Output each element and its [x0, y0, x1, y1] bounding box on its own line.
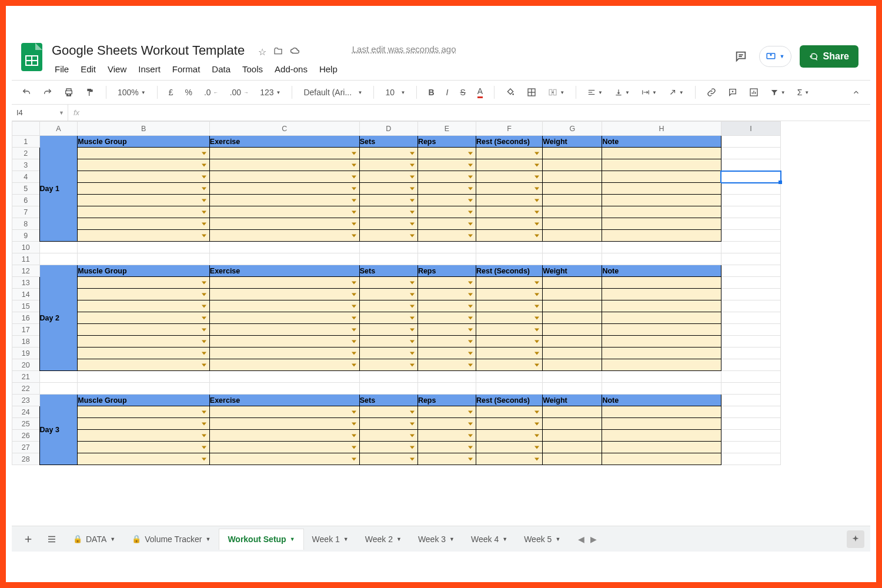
document-title[interactable]: Google Sheets Workout Template [49, 42, 247, 59]
dropdown-cell[interactable] [209, 159, 359, 171]
row-header[interactable]: 2 [12, 148, 40, 159]
dropdown-cell[interactable] [209, 195, 359, 206]
input-cell[interactable] [602, 336, 721, 348]
dropdown-cell[interactable] [476, 300, 543, 312]
dropdown-cell[interactable] [359, 324, 417, 336]
table-header[interactable]: Weight [543, 265, 602, 277]
more-formats-button[interactable]: 123▼ [257, 86, 283, 99]
valign-button[interactable]: ▼ [612, 86, 633, 98]
row-header[interactable]: 3 [12, 159, 40, 171]
table-header[interactable]: Reps [417, 136, 476, 148]
dropdown-cell[interactable] [359, 159, 417, 171]
cell[interactable] [359, 383, 417, 395]
dropdown-cell[interactable] [476, 430, 543, 442]
dropdown-cell[interactable] [417, 148, 476, 159]
cell[interactable] [417, 371, 476, 383]
cloud-status-icon[interactable] [290, 46, 300, 58]
input-cell[interactable] [543, 183, 602, 195]
dropdown-cell[interactable] [78, 289, 210, 300]
filter-button[interactable]: ▼ [767, 86, 789, 98]
dropdown-cell[interactable] [417, 359, 476, 371]
cell[interactable] [721, 148, 780, 159]
day-label[interactable]: Day 1 [39, 136, 78, 242]
dropdown-cell[interactable] [417, 206, 476, 218]
input-cell[interactable] [602, 312, 721, 324]
dropdown-cell[interactable] [209, 312, 359, 324]
row-header[interactable]: 5 [12, 183, 40, 195]
cell[interactable] [476, 371, 543, 383]
select-all-corner[interactable] [12, 122, 40, 136]
dropdown-cell[interactable] [476, 206, 543, 218]
borders-button[interactable] [524, 86, 539, 99]
dropdown-cell[interactable] [78, 418, 210, 430]
dropdown-cell[interactable] [359, 218, 417, 230]
input-cell[interactable] [602, 195, 721, 206]
dropdown-cell[interactable] [78, 148, 210, 159]
input-cell[interactable] [543, 300, 602, 312]
dropdown-cell[interactable] [359, 148, 417, 159]
dropdown-cell[interactable] [209, 406, 359, 418]
cell[interactable] [721, 312, 780, 324]
table-header[interactable]: Note [602, 395, 721, 406]
dropdown-cell[interactable] [209, 289, 359, 300]
cell[interactable] [721, 183, 780, 195]
dropdown-cell[interactable] [476, 289, 543, 300]
row-header[interactable]: 24 [12, 406, 40, 418]
cell[interactable] [721, 383, 780, 395]
cell[interactable] [721, 300, 780, 312]
row-header[interactable]: 16 [12, 312, 40, 324]
dropdown-cell[interactable] [476, 148, 543, 159]
cell[interactable] [721, 159, 780, 171]
input-cell[interactable] [543, 324, 602, 336]
table-header[interactable]: Sets [359, 395, 417, 406]
move-icon[interactable] [273, 46, 283, 58]
input-cell[interactable] [602, 183, 721, 195]
dropdown-cell[interactable] [209, 348, 359, 359]
input-cell[interactable] [543, 195, 602, 206]
dropdown-cell[interactable] [417, 430, 476, 442]
row-header[interactable]: 23 [12, 395, 40, 406]
row-header[interactable]: 7 [12, 206, 40, 218]
cell[interactable] [721, 230, 780, 242]
col-header-F[interactable]: F [476, 122, 543, 136]
dropdown-cell[interactable] [78, 430, 210, 442]
row-header[interactable]: 12 [12, 265, 40, 277]
row-header[interactable]: 9 [12, 230, 40, 242]
cell[interactable] [543, 371, 602, 383]
sheet-tab-data[interactable]: 🔒DATA▼ [65, 529, 123, 550]
input-cell[interactable] [543, 206, 602, 218]
table-header[interactable]: Exercise [209, 265, 359, 277]
dropdown-cell[interactable] [78, 324, 210, 336]
input-cell[interactable] [602, 348, 721, 359]
last-edit-link[interactable]: Last edit was seconds ago [352, 42, 456, 54]
table-header[interactable]: Rest (Seconds) [476, 265, 543, 277]
dropdown-cell[interactable] [476, 218, 543, 230]
dropdown-cell[interactable] [417, 324, 476, 336]
formula-bar[interactable] [85, 105, 870, 121]
tab-scroll-left-icon[interactable]: ◀ [578, 534, 584, 544]
dropdown-cell[interactable] [78, 348, 210, 359]
bold-button[interactable]: B [425, 86, 437, 99]
font-select[interactable]: Default (Ari... ▼ [300, 86, 365, 99]
input-cell[interactable] [602, 406, 721, 418]
cell[interactable] [476, 242, 543, 253]
table-header[interactable]: Rest (Seconds) [476, 395, 543, 406]
row-header[interactable]: 25 [12, 418, 40, 430]
input-cell[interactable] [543, 171, 602, 183]
cell[interactable] [78, 383, 210, 395]
dropdown-cell[interactable] [78, 230, 210, 242]
dropdown-cell[interactable] [359, 300, 417, 312]
dropdown-cell[interactable] [476, 359, 543, 371]
dropdown-cell[interactable] [359, 453, 417, 465]
dropdown-cell[interactable] [359, 430, 417, 442]
cell[interactable] [721, 289, 780, 300]
dropdown-cell[interactable] [209, 430, 359, 442]
dropdown-cell[interactable] [417, 442, 476, 453]
dropdown-cell[interactable] [417, 312, 476, 324]
input-cell[interactable] [602, 206, 721, 218]
day-label[interactable]: Day 2 [39, 265, 78, 371]
menu-edit[interactable]: Edit [75, 62, 101, 76]
input-cell[interactable] [543, 289, 602, 300]
cell[interactable] [209, 242, 359, 253]
table-header[interactable]: Weight [543, 136, 602, 148]
